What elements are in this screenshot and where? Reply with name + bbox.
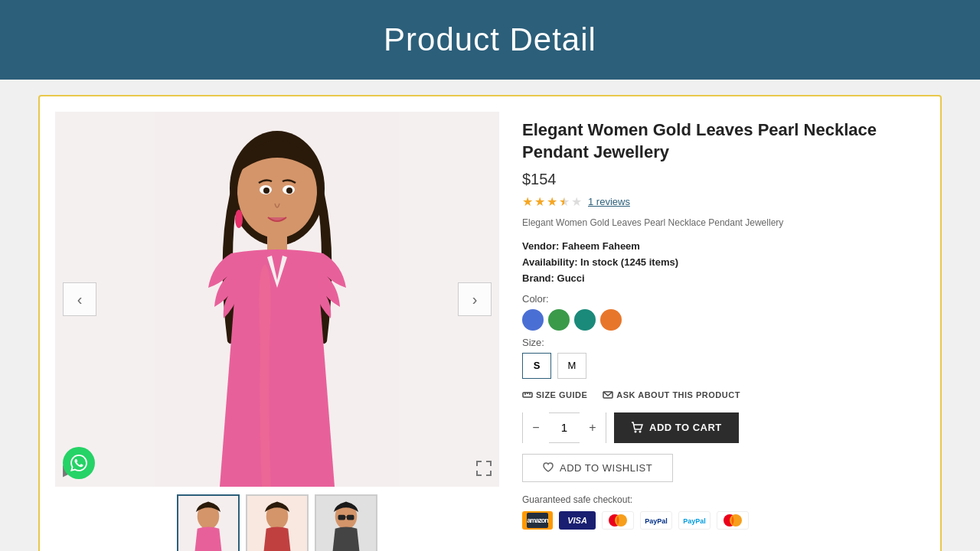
svg-point-24 [639, 430, 642, 432]
color-blue[interactable] [522, 309, 544, 331]
ask-product-link[interactable]: ASK ABOUT THIS PRODUCT [603, 390, 740, 400]
brand-row: Brand: Gucci [522, 272, 925, 284]
quantity-input[interactable] [549, 421, 580, 434]
color-swatches [522, 309, 925, 331]
vendor-row: Vendor: Faheem Faheem [522, 240, 925, 252]
svg-point-31 [615, 514, 627, 527]
size-guide-link[interactable]: SIZE GUIDE [522, 390, 587, 400]
quantity-decrease-button[interactable]: − [523, 412, 549, 443]
svg-rect-16 [347, 515, 354, 520]
svg-point-23 [635, 430, 637, 432]
svg-point-38 [730, 514, 742, 527]
star-rating: ★ ★ ★ ★ ★ [522, 194, 582, 209]
next-image-button[interactable]: › [458, 282, 492, 316]
add-to-wishlist-button[interactable]: ADD TO WISHLIST [522, 454, 673, 482]
color-label: Color: [522, 293, 925, 305]
star-4: ★ [559, 194, 570, 209]
visa-payment-icon: VISA [559, 511, 596, 530]
color-teal[interactable] [574, 309, 596, 331]
star-3: ★ [547, 194, 557, 209]
payment-icons: amazon VISA [522, 511, 925, 530]
main-image-container: ‹ › ▶ [55, 112, 499, 487]
prev-image-button[interactable]: ‹ [63, 282, 96, 316]
qty-cart-row: − + ADD TO CART [522, 412, 925, 443]
product-card: ‹ › ▶ [38, 95, 942, 551]
page-header: Product Detail [0, 0, 980, 80]
vendor-label: Vendor: [522, 240, 559, 252]
thumbnail-2[interactable] [246, 494, 309, 551]
color-orange[interactable] [600, 309, 622, 331]
svg-point-4 [235, 210, 243, 228]
availability-value: In stock (1245 items) [580, 256, 678, 268]
size-section: Size: S M [522, 337, 925, 379]
color-green[interactable] [548, 309, 570, 331]
image-section: ‹ › ▶ [55, 112, 499, 551]
add-to-cart-label: ADD TO CART [649, 422, 722, 433]
wishlist-label: ADD TO WISHLIST [560, 462, 652, 474]
size-label: Size: [522, 337, 925, 348]
mastercard2-payment-icon [717, 511, 749, 530]
size-m-button[interactable]: M [557, 353, 586, 379]
ruler-icon [522, 390, 533, 400]
mail-icon [603, 390, 613, 400]
page-body: ‹ › ▶ [0, 80, 980, 551]
svg-text:PayPal: PayPal [645, 517, 668, 525]
svg-point-7 [263, 187, 270, 194]
product-price: $154 [522, 171, 925, 188]
availability-label: Availability: [522, 256, 577, 268]
quantity-increase-button[interactable]: + [580, 412, 606, 443]
svg-text:amazon: amazon [527, 517, 548, 524]
whatsapp-button[interactable] [63, 447, 95, 479]
mastercard-payment-icon [602, 511, 634, 530]
page-title: Product Detail [15, 21, 965, 58]
svg-rect-15 [338, 515, 346, 520]
detail-section: Elegant Women Gold Leaves Pearl Necklace… [522, 112, 925, 551]
product-title: Elegant Women Gold Leaves Pearl Necklace… [522, 119, 925, 163]
brand-label: Brand: [522, 272, 554, 284]
size-options: S M [522, 353, 925, 379]
star-2: ★ [534, 194, 545, 209]
heart-icon [543, 462, 554, 473]
star-5: ★ [571, 194, 582, 209]
safe-checkout-label: Guaranteed safe checkout: [522, 494, 925, 505]
paypal2-payment-icon: PayPal [678, 511, 710, 530]
size-guide-label: SIZE GUIDE [536, 390, 587, 399]
vendor-name: Faheem Faheem [562, 240, 640, 252]
svg-text:VISA: VISA [567, 516, 587, 525]
thumbnail-1[interactable] [177, 494, 240, 551]
action-links: SIZE GUIDE ASK ABOUT THIS PRODUCT [522, 390, 925, 400]
amazon-payment-icon: amazon [522, 511, 553, 530]
brand-name: Gucci [557, 272, 585, 284]
thumbnail-3[interactable] [315, 494, 377, 551]
color-section: Color: [522, 293, 925, 331]
ask-product-label: ASK ABOUT THIS PRODUCT [616, 390, 740, 399]
svg-text:PayPal: PayPal [683, 517, 706, 525]
add-to-cart-button[interactable]: ADD TO CART [614, 412, 739, 443]
thumbnail-strip [55, 494, 499, 551]
size-s-button[interactable]: S [522, 353, 551, 379]
cart-icon [631, 422, 643, 434]
availability-row: Availability: In stock (1245 items) [522, 256, 925, 268]
product-description: Elegant Women Gold Leaves Pearl Necklace… [522, 217, 925, 230]
paypal-payment-icon: PayPal [640, 511, 672, 530]
svg-point-8 [286, 187, 292, 194]
product-main-image [155, 112, 400, 487]
rating-row: ★ ★ ★ ★ ★ 1 reviews [522, 194, 925, 209]
expand-icon[interactable] [476, 461, 492, 479]
quantity-control: − + [522, 412, 606, 443]
reviews-link[interactable]: 1 reviews [588, 196, 630, 207]
star-1: ★ [522, 194, 533, 209]
